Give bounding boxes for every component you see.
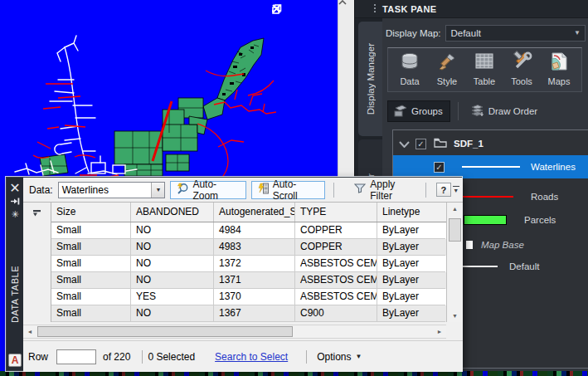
table-vertical-scrollbar[interactable]: ▲ ▼ — [446, 203, 463, 322]
data-button[interactable]: Data — [391, 51, 428, 86]
table-row[interactable]: Small NO 4983 COPPER ByLayer — [23, 239, 463, 256]
map-window-controls — [272, 4, 337, 19]
table-row[interactable]: Small NO 1371 ASBESTOS CEM... ByLayer — [23, 272, 463, 289]
layer-row-waterlines[interactable]: ✓ Waterlines — [393, 155, 588, 178]
column-header-abandoned[interactable]: ABANDONED — [131, 203, 214, 222]
funnel-icon — [354, 183, 366, 196]
draw-order-button[interactable]: Draw Order — [466, 101, 541, 121]
data-table-sidebar: ✕ ✳ DATA TABLE A — [7, 178, 23, 370]
options-menu[interactable]: Options — [317, 351, 351, 363]
table-vscroll-thumb[interactable] — [449, 218, 461, 242]
default-swatch — [461, 266, 498, 267]
database-icon — [399, 51, 420, 76]
separator — [333, 183, 334, 198]
layer-checkbox[interactable]: ✓ — [434, 162, 445, 173]
row-number-input[interactable] — [56, 349, 96, 364]
table-hscroll-thumb[interactable] — [37, 326, 293, 337]
display-map-value: Default — [450, 28, 480, 38]
task-pane-titlebar[interactable]: TASK PANE — [355, 0, 588, 18]
restore-icon[interactable] — [294, 6, 305, 17]
scroll-right-icon[interactable]: ► — [433, 325, 446, 338]
row-selector[interactable] — [23, 256, 51, 272]
chevron-down-icon[interactable] — [399, 136, 410, 151]
attribute-grid: Size ABANDONED Autogenerated_S TYPE Line… — [23, 203, 463, 322]
display-manager-toolbar: Data Style Table — [387, 47, 582, 92]
table-button[interactable]: Table — [466, 51, 503, 86]
tab-display-manager[interactable]: Display Manager — [358, 22, 382, 136]
separator — [306, 350, 307, 364]
magnifier-icon — [177, 183, 189, 197]
task-pane-title: TASK PANE — [382, 4, 437, 14]
layer-group-row[interactable]: ✓ SDF_1 — [393, 132, 588, 155]
display-map-label: Display Map: — [386, 28, 440, 38]
pin-icon[interactable] — [7, 195, 23, 208]
close-icon[interactable] — [315, 6, 327, 17]
table-row[interactable]: Small NO 4984 COPPER ByLayer — [23, 222, 463, 239]
display-map-dropdown[interactable]: Default ▼ — [445, 25, 586, 42]
auto-scroll-button[interactable]: Auto-Scroll — [251, 181, 326, 199]
record-indicator-icon — [32, 209, 42, 217]
separator — [425, 183, 426, 198]
row-label: Row — [28, 351, 48, 363]
row-selector[interactable] — [23, 305, 51, 322]
separator — [142, 350, 143, 364]
table-row[interactable]: Small NO 1367 C900 ByLayer — [23, 305, 463, 322]
style-button[interactable]: Style — [429, 51, 465, 86]
chevron-down-icon[interactable]: ▼ — [151, 183, 164, 198]
table-grid-icon — [474, 51, 495, 76]
expand-bar — [453, 186, 459, 187]
row-selector[interactable] — [23, 222, 51, 239]
table-horizontal-scrollbar[interactable]: ◄ ► — [23, 325, 446, 339]
brush-icon — [436, 51, 458, 76]
gear-icon[interactable]: ✳ — [7, 208, 23, 221]
expand-caret-icon: ▼ — [453, 188, 459, 193]
grip-icon[interactable] — [373, 3, 377, 14]
column-header-size[interactable]: Size — [51, 203, 131, 222]
search-to-select-link[interactable]: Search to Select — [215, 351, 288, 363]
data-table-window: Data: Waterlines ▼ Auto-Zoom Auto-Scroll — [23, 178, 463, 370]
tools-button[interactable]: Tools — [503, 51, 540, 86]
apply-filter-button[interactable]: Apply Filter — [354, 178, 417, 202]
map-page-icon — [548, 51, 570, 76]
row-total: of 220 — [103, 351, 130, 363]
draw-order-icon — [469, 104, 484, 119]
groups-icon — [392, 104, 407, 119]
application-window: TASK PANE Display Manager Map Explorer D… — [0, 0, 588, 376]
separator — [458, 102, 459, 120]
data-table-palette: ✕ ✳ DATA TABLE A Data: Waterlines ▼ — [6, 177, 462, 371]
palette-expand-button[interactable]: ▼ — [451, 184, 461, 196]
scroll-up-icon[interactable]: ▲ — [447, 203, 463, 215]
data-label: Data: — [29, 184, 53, 196]
data-table-statusbar: Row of 220 0 Selected Search to Select O… — [23, 340, 463, 372]
table-row[interactable]: Small NO 1372 ASBESTOS CEM... ByLayer — [23, 256, 463, 272]
groups-button[interactable]: Groups — [387, 100, 450, 122]
data-source-dropdown[interactable]: Waterlines ▼ — [58, 182, 166, 198]
column-header-type[interactable]: TYPE — [295, 203, 377, 222]
scroll-down-icon[interactable]: ▼ — [447, 310, 463, 322]
column-header-linetype[interactable]: Linetype — [377, 203, 445, 222]
folder-icon — [434, 136, 447, 151]
map-base-swatch — [466, 241, 473, 249]
waterlines-swatch — [462, 166, 520, 168]
help-button[interactable]: ? — [436, 183, 450, 197]
row-selector[interactable] — [23, 289, 51, 305]
data-source-value: Waterlines — [59, 184, 152, 196]
scroll-up-icon[interactable] — [338, 0, 355, 15]
data-table-toolbar: Data: Waterlines ▼ Auto-Zoom Auto-Scroll — [23, 178, 463, 203]
auto-zoom-button[interactable]: Auto-Zoom — [170, 181, 245, 199]
chevron-down-icon: ▼ — [356, 353, 362, 360]
grid-header-row: Size ABANDONED Autogenerated_S TYPE Line… — [23, 203, 463, 222]
view-switch-row: Groups Draw Order — [387, 100, 582, 123]
row-selector[interactable] — [23, 239, 51, 256]
parcels-swatch — [464, 215, 507, 225]
group-checkbox[interactable]: ✓ — [415, 139, 426, 149]
close-icon[interactable]: ✕ — [7, 182, 23, 194]
data-table-vertical-title: DATA TABLE — [7, 256, 23, 331]
record-indicator-header[interactable] — [23, 203, 51, 222]
column-header-autogenerated[interactable]: Autogenerated_S — [214, 203, 295, 222]
maps-button[interactable]: Maps — [541, 51, 577, 86]
layer-group-name: SDF_1 — [454, 139, 484, 149]
scroll-left-icon[interactable]: ◄ — [23, 325, 36, 338]
table-row[interactable]: Small YES 1370 ASBESTOS CEM... ByLayer — [23, 289, 463, 305]
row-selector[interactable] — [23, 272, 51, 289]
